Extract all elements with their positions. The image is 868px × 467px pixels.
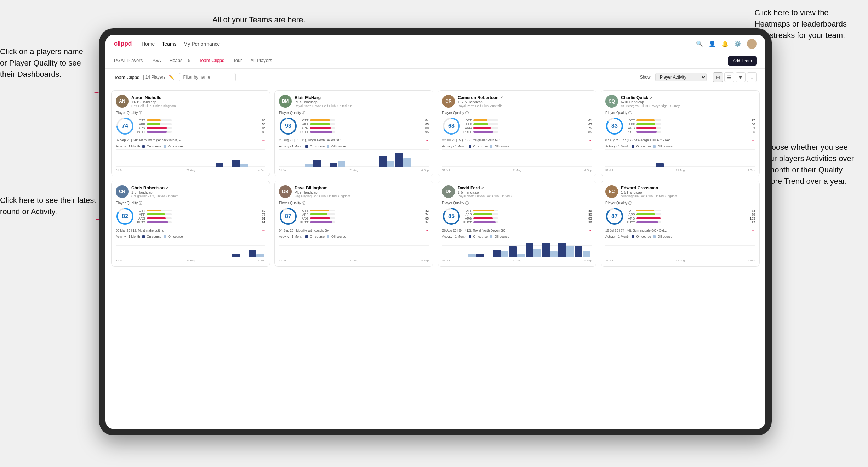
tab-pga[interactable]: PGA (151, 54, 161, 67)
tab-all-players[interactable]: All Players (250, 54, 272, 67)
player-card[interactable]: BM Blair McHarg Plus Handicap Royal Nort… (274, 90, 433, 176)
latest-round[interactable]: 05 Mar 23 | 19, Must make putting → (116, 228, 265, 233)
latest-round[interactable]: 26 Aug 23 | 84 (+12), Royal North Devon … (442, 228, 592, 233)
quality-label: Player Quality ⓘ (116, 201, 265, 206)
filter-input[interactable] (179, 73, 236, 81)
latest-round[interactable]: 26 Aug 23 | 73 (+1), Royal North Devon G… (279, 138, 429, 142)
latest-round[interactable]: 04 Sep 23 | Mobility with coach, Gym → (279, 228, 429, 233)
profile-icon[interactable]: 👤 (709, 40, 716, 47)
quality-stats: OTT 61 APP 63 ARG 75 PUTT 85 (463, 119, 592, 134)
chart-bar-on (330, 163, 337, 167)
player-handicap: Plus Handicap (295, 100, 429, 104)
stat-bar-bg-ott (147, 119, 172, 121)
round-arrow[interactable]: → (588, 138, 592, 142)
card-header: CQ Charlie Quick ✓ 6-10 Handicap St. Geo… (605, 95, 755, 108)
add-team-button[interactable]: Add Team (728, 56, 757, 66)
chart-date: 4 Sep (584, 259, 592, 262)
player-card[interactable]: DF David Ford ✓ 1-5 Handicap Royal North… (438, 181, 596, 267)
grid-view-button[interactable]: ⊞ (713, 72, 723, 82)
player-card[interactable]: CQ Charlie Quick ✓ 6-10 Handicap St. Geo… (601, 90, 760, 176)
chart-bar-on (232, 160, 240, 167)
quality-circle[interactable]: 87 (279, 207, 297, 226)
stat-bar-arg (636, 217, 661, 219)
stat-value-app: 74 (422, 213, 429, 216)
chart-dates: 31 Jul21 Aug4 Sep (605, 259, 755, 262)
player-name[interactable]: Aaron Nicholls (131, 95, 265, 100)
player-handicap: Plus Handicap (295, 190, 429, 194)
round-arrow[interactable]: → (262, 138, 265, 142)
latest-round[interactable]: 02 Sep 23 | Sunset round to get back int… (116, 138, 265, 142)
settings-icon[interactable]: ⚙️ (734, 40, 741, 47)
stat-value-putt: 95 (422, 130, 429, 134)
card-header: CR Cameron Robertson ✓ 11-15 Handicap Ro… (442, 95, 592, 108)
latest-round[interactable]: 07 Aug 23 | 77 (+7), St George's Hill GC… (605, 138, 755, 142)
latest-round[interactable]: 02 Jul 23 | 59 (+17), Craigmillar Park G… (442, 138, 592, 142)
player-card[interactable]: EC Edward Crossman 1-5 Handicap Sunningd… (601, 181, 760, 267)
activity-section: Activity · 1 Month On course Off course (116, 235, 265, 262)
quality-circle[interactable]: 68 (442, 117, 461, 135)
player-info: Charlie Quick ✓ 6-10 Handicap St. George… (621, 95, 755, 108)
tab-pgat-players[interactable]: PGAT Players (114, 54, 143, 67)
round-arrow[interactable]: → (588, 228, 592, 233)
player-card[interactable]: DB Dave Billingham Plus Handicap Sag Mag… (274, 181, 433, 267)
activity-header: Activity · 1 Month On course Off course (116, 144, 265, 148)
quality-circle[interactable]: 83 (605, 117, 624, 135)
quality-circle[interactable]: 93 (279, 117, 297, 135)
player-name[interactable]: Edward Crossman (621, 186, 755, 190)
activity-label: Activity · 1 Month (279, 144, 303, 148)
nav-home[interactable]: Home (142, 40, 155, 48)
player-name[interactable]: Dave Billingham (295, 186, 429, 190)
player-card[interactable]: CR Cameron Robertson ✓ 11-15 Handicap Ro… (438, 90, 596, 176)
chart-bar-group (460, 254, 475, 257)
round-arrow[interactable]: → (425, 138, 429, 142)
avatar[interactable] (747, 39, 757, 49)
round-arrow[interactable]: → (425, 228, 429, 233)
nav-teams[interactable]: Teams (162, 40, 176, 48)
quality-circle[interactable]: 85 (442, 207, 461, 226)
quality-content[interactable]: 87 OTT 73 APP 79 ARG 103 PUTT 92 (605, 207, 755, 226)
player-card[interactable]: AN Aaron Nicholls 11-15 Handicap Drift G… (111, 90, 270, 176)
sort-button[interactable]: ↕ (747, 72, 757, 82)
activity-header: Activity · 1 Month On course Off course (605, 235, 755, 238)
quality-content[interactable]: 68 OTT 61 APP 63 ARG 75 PUTT 85 (442, 117, 592, 135)
tab-hcaps[interactable]: Hcaps 1-5 (170, 54, 190, 67)
quality-section: Player Quality ⓘ 83 OTT 77 APP 80 ARG 83 (605, 110, 755, 135)
quality-content[interactable]: 74 OTT 60 APP 58 ARG 84 PUTT 85 (116, 117, 265, 135)
quality-circle[interactable]: 87 (605, 207, 624, 226)
bell-icon[interactable]: 🔔 (721, 40, 729, 47)
quality-content[interactable]: 87 OTT 82 APP 74 ARG 85 PUTT 94 (279, 207, 429, 226)
player-name[interactable]: Blair McHarg (295, 95, 429, 100)
quality-content[interactable]: 93 OTT 84 APP 85 ARG 88 PUTT 95 (279, 117, 429, 135)
latest-round[interactable]: 18 Jul 23 | 74 (+4), Sunningdale GC - Ol… (605, 228, 755, 233)
stat-label-putt: PUTT (137, 221, 145, 224)
player-name[interactable]: David Ford ✓ (458, 186, 592, 190)
quality-circle[interactable]: 74 (116, 117, 134, 135)
round-arrow[interactable]: → (751, 228, 755, 233)
activity-header: Activity · 1 Month On course Off course (442, 235, 592, 238)
player-name[interactable]: Charlie Quick ✓ (621, 95, 755, 100)
round-arrow[interactable]: → (262, 228, 265, 233)
round-arrow[interactable]: → (751, 138, 755, 142)
list-view-button[interactable]: ☰ (724, 72, 734, 82)
edit-icon[interactable]: ✏️ (169, 75, 174, 80)
tab-team-clippd[interactable]: Team Clippd (199, 54, 224, 67)
quality-content[interactable]: 83 OTT 77 APP 80 ARG 83 PUTT 86 (605, 117, 755, 135)
nav-my-performance[interactable]: My Performance (184, 40, 220, 48)
stat-value-ott: 82 (422, 209, 429, 212)
quality-circle[interactable]: 82 (116, 207, 134, 226)
player-name[interactable]: Chris Robertson ✓ (131, 186, 265, 190)
activity-chart (442, 149, 592, 167)
search-icon[interactable]: 🔍 (696, 40, 703, 47)
player-avatar: CQ (605, 95, 618, 108)
player-card[interactable]: CR Chris Robertson ✓ 1-5 Handicap Craigm… (111, 181, 270, 267)
player-name[interactable]: Cameron Robertson ✓ (458, 95, 592, 100)
filter-button[interactable]: ▼ (736, 72, 746, 82)
quality-content[interactable]: 85 OTT 89 APP 80 ARG 83 PUTT 96 (442, 207, 592, 226)
quality-content[interactable]: 82 OTT 60 APP 77 ARG 81 PUTT 91 (116, 207, 265, 226)
tab-tour[interactable]: Tour (233, 54, 242, 67)
on-course-label: On course (310, 144, 325, 148)
show-select[interactable]: Player Activity Quality Score Trend (655, 73, 707, 81)
chart-bars (605, 240, 755, 257)
stat-label-putt: PUTT (463, 221, 472, 224)
stat-bar-app (473, 123, 488, 125)
